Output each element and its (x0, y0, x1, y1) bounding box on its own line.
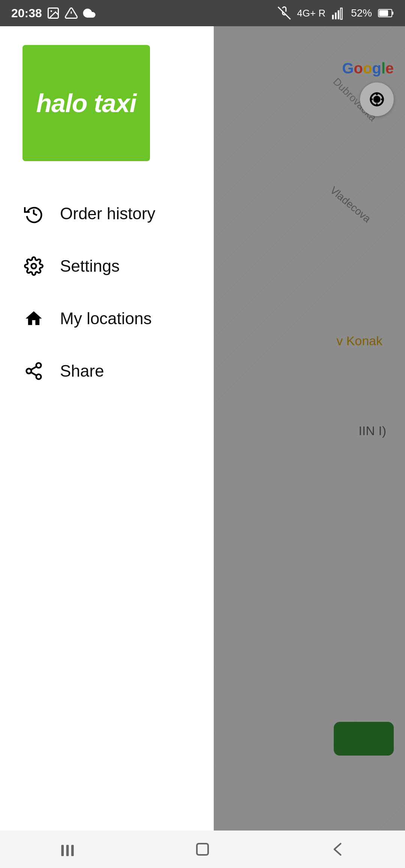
svg-point-8 (27, 369, 32, 374)
back-button[interactable] (309, 832, 366, 866)
svg-point-7 (36, 363, 41, 368)
menu-item-settings[interactable]: Settings (11, 240, 202, 292)
svg-point-9 (36, 374, 41, 379)
svg-rect-22 (379, 10, 388, 16)
svg-rect-17 (332, 15, 334, 19)
back-icon (328, 840, 347, 859)
home-nav-icon (193, 840, 212, 859)
menu-item-my-locations[interactable]: My locations (11, 292, 202, 345)
svg-line-11 (31, 367, 37, 370)
logo-box: halo taxi (22, 45, 150, 161)
svg-rect-20 (340, 8, 342, 19)
menu-item-order-history[interactable]: Order history (11, 187, 202, 240)
svg-point-13 (50, 10, 52, 12)
settings-label: Settings (60, 257, 120, 275)
battery-level: 52% (351, 7, 372, 19)
battery-icon (378, 8, 394, 18)
svg-rect-18 (335, 13, 337, 19)
signal-icon (332, 6, 345, 20)
svg-line-10 (31, 372, 37, 376)
svg-rect-19 (338, 10, 339, 19)
home-nav-button[interactable] (174, 832, 231, 866)
status-bar-right: 4G+ R 52% (278, 6, 394, 20)
home-icon (22, 307, 45, 330)
order-history-label: Order history (60, 204, 155, 223)
status-bar-left: 20:38 (11, 6, 96, 20)
gear-icon (22, 255, 45, 277)
warning-icon (64, 6, 78, 20)
network-indicator: 4G+ R (297, 7, 326, 19)
svg-rect-24 (61, 845, 64, 856)
menu-list: Order history Settings My locations (0, 187, 214, 397)
menu-item-share[interactable]: Share (11, 345, 202, 397)
sidebar-drawer: halo taxi Order history Set (0, 26, 214, 831)
logo-area: halo taxi (0, 26, 214, 180)
photo-icon (46, 6, 60, 20)
mute-icon (278, 6, 291, 20)
svg-rect-25 (66, 845, 69, 856)
svg-rect-23 (392, 12, 393, 15)
my-locations-label: My locations (60, 309, 152, 328)
svg-point-6 (32, 264, 36, 269)
svg-line-16 (278, 7, 291, 19)
svg-rect-26 (71, 845, 74, 856)
time-display: 20:38 (11, 6, 42, 20)
share-icon (22, 360, 45, 382)
recents-button[interactable] (39, 832, 96, 866)
share-label: Share (60, 362, 104, 380)
status-bar: 20:38 4G+ R 52% (0, 0, 405, 26)
logo-text: halo taxi (36, 88, 136, 118)
cloud-icon (82, 6, 96, 20)
svg-rect-27 (197, 844, 208, 855)
bottom-nav (0, 831, 405, 868)
history-icon (22, 202, 45, 225)
recents-icon (58, 840, 77, 859)
